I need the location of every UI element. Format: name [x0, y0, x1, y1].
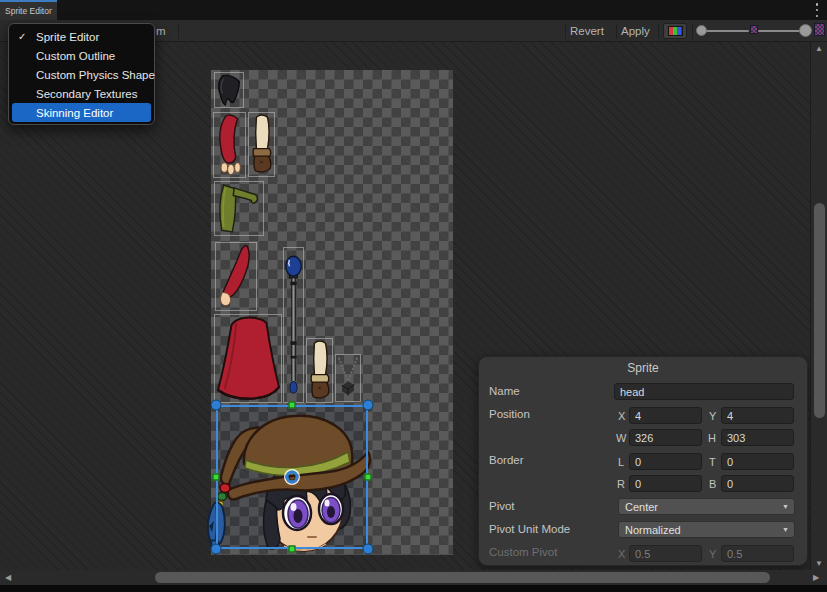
toolbar-separator: [658, 23, 659, 39]
mip-large-icon: [814, 23, 825, 36]
scroll-left-icon[interactable]: ◀: [5, 574, 11, 582]
menu-item-skinning-editor[interactable]: Skinning Editor: [12, 103, 151, 122]
menu-item-label: Custom Outline: [36, 50, 115, 62]
border-label: Border: [489, 454, 524, 466]
pivot-unit-mode-value: Normalized: [625, 524, 681, 536]
toolbar-separator: [616, 23, 617, 39]
custom-pivot-x-label: X: [618, 548, 625, 560]
chevron-down-icon: ▼: [782, 503, 789, 510]
border-b-label: B: [709, 478, 716, 490]
pivot-handle[interactable]: [286, 471, 299, 484]
selection-handle-bottom-left[interactable]: [211, 544, 222, 555]
pivot-dropdown[interactable]: Center ▼: [618, 498, 795, 515]
apply-button[interactable]: Apply: [621, 20, 650, 42]
selection-handle-bottom[interactable]: [289, 546, 296, 553]
position-label: Position: [489, 408, 530, 420]
scroll-right-icon[interactable]: ▶: [813, 574, 819, 582]
custom-pivot-y-input: [721, 545, 794, 562]
toolbar-separator: [178, 23, 179, 39]
sprite-inspector-panel: Sprite Name Position X Y W H Border L T …: [478, 356, 808, 566]
position-y-label: Y: [709, 410, 716, 422]
name-input[interactable]: [614, 383, 794, 400]
custom-pivot-x-input: [629, 545, 702, 562]
tab-sprite-editor[interactable]: Sprite Editor: [0, 0, 57, 20]
scroll-up-icon[interactable]: ▲: [815, 45, 823, 53]
menu-item-custom-outline[interactable]: Custom Outline: [9, 46, 154, 65]
title-bar: Sprite Editor: [0, 0, 827, 20]
position-h-input[interactable]: [721, 429, 794, 446]
sprite-arm[interactable]: [213, 112, 246, 178]
horizontal-scrollbar-thumb[interactable]: [155, 572, 770, 583]
menu-item-label: Custom Physics Shape: [36, 69, 155, 81]
toolbar-separator: [692, 23, 693, 39]
border-b-input[interactable]: [721, 475, 794, 492]
name-label: Name: [489, 385, 520, 397]
position-x-input[interactable]: [629, 407, 702, 424]
zoom-slider[interactable]: [700, 30, 749, 32]
sprite-scarf[interactable]: [214, 181, 264, 236]
pivot-unit-mode-dropdown[interactable]: Normalized ▼: [618, 521, 795, 538]
position-y-input[interactable]: [721, 407, 794, 424]
vertical-scrollbar[interactable]: ▲ ▼: [810, 42, 827, 570]
position-w-input[interactable]: [629, 429, 702, 446]
sprite-hair-tuft[interactable]: [214, 72, 244, 108]
trim-button-partial[interactable]: m: [156, 20, 166, 42]
chevron-down-icon: ▼: [782, 526, 789, 533]
pivot-unit-mode-label: Pivot Unit Mode: [489, 523, 570, 535]
position-w-label: W: [616, 432, 626, 444]
selection-handle-bottom-right[interactable]: [363, 544, 374, 555]
status-strip: [0, 585, 827, 592]
position-x-label: X: [618, 410, 625, 422]
sprite-amulet[interactable]: [335, 354, 361, 402]
selection-handle-right[interactable]: [365, 474, 372, 481]
border-l-label: L: [618, 456, 624, 468]
toolbar-separator: [565, 23, 566, 39]
horizontal-scrollbar[interactable]: ◀ ▶: [0, 570, 827, 585]
vertical-scrollbar-thumb[interactable]: [814, 203, 825, 418]
revert-button[interactable]: Revert: [570, 20, 604, 42]
menu-item-custom-physics-shape[interactable]: Custom Physics Shape: [9, 65, 154, 84]
pivot-value: Center: [625, 501, 658, 513]
menu-item-label: Skinning Editor: [36, 107, 113, 119]
sprite-boot-1[interactable]: [248, 112, 275, 177]
tab-title: Sprite Editor: [5, 6, 52, 16]
border-r-input[interactable]: [629, 475, 702, 492]
mip-small-icon: [750, 25, 758, 34]
pivot-label: Pivot: [489, 500, 515, 512]
selection-handle-top-left[interactable]: [211, 400, 222, 411]
check-icon: ✓: [18, 31, 26, 42]
selection-handle-top[interactable]: [289, 402, 296, 409]
sprite-editor-window: Sprite Editor m Revert Apply: [0, 0, 827, 592]
selection-handle-left[interactable]: [213, 474, 220, 481]
position-h-label: H: [708, 432, 716, 444]
rgb-icon: [668, 26, 683, 36]
selection-handle-top-right[interactable]: [363, 400, 374, 411]
sprite-sleeve[interactable]: [215, 242, 257, 311]
menu-item-label: Secondary Textures: [36, 88, 137, 100]
panel-title: Sprite: [479, 361, 807, 375]
border-t-input[interactable]: [721, 453, 794, 470]
zoom-slider-thumb[interactable]: [696, 25, 707, 36]
sprite-boot-2[interactable]: [306, 338, 333, 403]
rgb-alpha-toggle-button[interactable]: [663, 23, 687, 39]
menu-item-sprite-editor[interactable]: ✓ Sprite Editor: [9, 27, 154, 46]
sprite-staff[interactable]: [283, 247, 304, 403]
custom-pivot-y-label: Y: [709, 548, 716, 560]
menu-item-secondary-textures[interactable]: Secondary Textures: [9, 84, 154, 103]
mip-slider-thumb[interactable]: [799, 24, 812, 37]
border-l-input[interactable]: [629, 453, 702, 470]
sprite-editor-mode-menu: ✓ Sprite Editor Custom Outline Custom Ph…: [8, 23, 155, 125]
border-t-label: T: [709, 456, 716, 468]
menu-item-label: Sprite Editor: [36, 31, 99, 43]
border-r-label: R: [617, 478, 625, 490]
window-menu-icon[interactable]: [815, 3, 819, 17]
scroll-down-icon[interactable]: ▼: [815, 560, 823, 568]
custom-pivot-label: Custom Pivot: [489, 546, 557, 558]
sprite-skirt[interactable]: [214, 314, 282, 403]
